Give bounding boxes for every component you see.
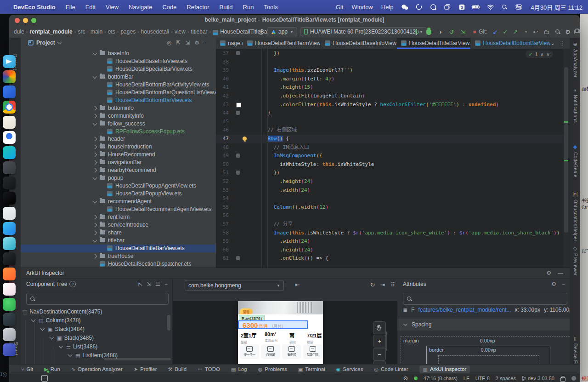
run-button[interactable]: ↻ xyxy=(413,27,422,36)
sidebar-item-notifications[interactable]: ◗Notifications xyxy=(570,87,580,125)
swirl-icon[interactable] xyxy=(415,4,423,11)
restart-app-button[interactable]: ↺ xyxy=(447,27,456,36)
dock-app-icon[interactable] xyxy=(3,298,16,311)
chevron-right-icon[interactable] xyxy=(93,254,97,258)
attributes-gear-icon[interactable]: ⚙ xyxy=(551,281,556,287)
breadcrumb-item[interactable]: pages xyxy=(120,29,136,35)
path-breadcrumb[interactable]: dule›rentplat_module›src›main›ets›pages›… xyxy=(14,26,289,38)
dock-app-icon[interactable] xyxy=(3,343,16,356)
spacing-section-header[interactable]: Spacing xyxy=(397,319,570,331)
project-tree-folder[interactable]: bottomBar xyxy=(21,73,216,81)
ct-collapse-all-icon[interactable]: ⇲ xyxy=(147,281,151,287)
prev-problem-icon[interactable]: ∧ xyxy=(540,51,544,57)
chevron-right-icon[interactable] xyxy=(93,137,97,142)
run-config-select[interactable]: app▼ xyxy=(267,27,297,36)
ct-list-icon[interactable]: ☰ xyxy=(155,281,160,287)
tool-window-button[interactable]: ◉Services xyxy=(336,366,363,372)
project-tree-file[interactable]: HouseDetailSectionDispatcher.ets xyxy=(21,260,216,268)
git-commit-button[interactable]: ✓ xyxy=(501,27,510,36)
spotlight-search-icon[interactable] xyxy=(501,4,509,11)
component-tree-row[interactable]: ▤ListItem(3488) xyxy=(68,352,118,361)
dock-app-icon[interactable] xyxy=(3,207,16,220)
editor-tab[interactable]: HouseDetailBottomBarView.ets✕ xyxy=(471,38,550,49)
project-tree-folder[interactable]: follow_success xyxy=(21,120,216,128)
hide-panel-icon[interactable]: — xyxy=(204,40,209,46)
project-view-select[interactable]: Project xyxy=(28,40,61,46)
preview-scrollbar[interactable] xyxy=(385,331,387,351)
chevron-right-icon[interactable] xyxy=(93,145,97,149)
menu-item[interactable]: Help xyxy=(380,4,395,11)
debug-button[interactable] xyxy=(424,27,433,36)
menu-item[interactable]: Edit xyxy=(80,4,101,11)
readonly-lock-icon[interactable] xyxy=(560,377,565,382)
dock-app-icon[interactable] xyxy=(3,313,16,326)
project-tree-folder[interactable]: share xyxy=(21,229,216,237)
wifi-icon[interactable] xyxy=(486,4,494,11)
dock-app-icon[interactable] xyxy=(3,268,16,280)
zoom-out-button[interactable]: − xyxy=(373,348,386,361)
chevron-down-icon[interactable] xyxy=(59,344,63,348)
tool-window-button[interactable]: ◎Code Linter xyxy=(374,366,408,372)
sidebar-item-codegenie[interactable]: ❖CodeGenie xyxy=(570,144,580,179)
project-tree-folder[interactable]: recommendAgent xyxy=(21,198,216,205)
chevron-right-icon[interactable] xyxy=(93,153,97,157)
chevron-right-icon[interactable] xyxy=(93,106,97,110)
intention-bulb-icon[interactable] xyxy=(243,137,247,141)
tool-window-button[interactable]: ∿Operation Analyzer xyxy=(71,366,123,372)
menu-item[interactable]: Code xyxy=(157,4,181,11)
debug-attach-button[interactable]: ⇲ xyxy=(458,27,468,36)
chat-sparkle-icon[interactable] xyxy=(430,4,437,11)
fold-marker-icon[interactable] xyxy=(236,256,240,260)
dock-app-icon[interactable] xyxy=(3,177,16,189)
caret-position[interactable]: 47:16 (8 chars) xyxy=(424,376,458,381)
breadcrumb-item[interactable]: dule xyxy=(14,29,24,35)
component-tree-row[interactable]: ☰List(3486) xyxy=(59,343,97,352)
breadcrumb-item[interactable]: rentplat_module xyxy=(29,29,72,35)
component-tree-row[interactable]: ▣Stack(3484) xyxy=(41,326,85,335)
rollback-icon[interactable]: ↩ xyxy=(531,27,540,36)
dock-app-icon[interactable] xyxy=(3,222,16,235)
project-tree-folder[interactable]: navigationBar xyxy=(21,159,216,166)
project-tree-folder[interactable]: HouseRecommend xyxy=(21,151,216,159)
layout-grid-icon[interactable]: ⠿ xyxy=(388,280,397,289)
dock-app-icon[interactable] xyxy=(3,101,16,114)
chevron-right-icon[interactable] xyxy=(93,222,97,227)
inspector-gear-icon[interactable]: ⚙ xyxy=(546,270,551,276)
export-icon[interactable]: ⇥ xyxy=(378,280,387,289)
windows-copy-icon[interactable] xyxy=(444,4,452,11)
chevron-down-icon[interactable] xyxy=(93,176,97,180)
ct-hide-icon[interactable]: − xyxy=(164,281,168,287)
menu-item[interactable]: Git xyxy=(335,4,345,11)
dock-app-icon[interactable] xyxy=(3,237,16,250)
dock-app-icon[interactable] xyxy=(3,146,16,159)
chevron-down-icon[interactable] xyxy=(68,353,73,357)
chevron-down-icon[interactable] xyxy=(31,318,36,322)
pan-hand-button[interactable] xyxy=(373,321,386,334)
project-tree-folder[interactable]: popup xyxy=(21,174,216,182)
attributes-hide-icon[interactable]: − xyxy=(562,281,565,287)
harmony-status-icon[interactable]: ⊙ xyxy=(403,375,408,382)
fold-marker-icon[interactable] xyxy=(236,171,240,175)
dock-app-icon[interactable] xyxy=(3,161,16,174)
dock-app-icon[interactable] xyxy=(3,55,16,68)
project-tree-file[interactable]: RPFollowSuccessPopup.ets xyxy=(21,128,216,136)
project-tree-file[interactable]: HouseDetailRecommendAgentView.ets xyxy=(21,205,216,213)
git-update-button[interactable]: ↙ xyxy=(491,27,500,36)
dock-app-icon[interactable] xyxy=(3,252,16,265)
dock-app-icon[interactable] xyxy=(3,283,16,296)
project-tree-folder[interactable]: rentTerm xyxy=(21,213,216,221)
git-push-button[interactable]: ↗ xyxy=(511,27,520,36)
tool-window-button[interactable]: ▤Log xyxy=(231,366,247,372)
editor-scrollbar[interactable] xyxy=(563,49,570,273)
menu-item[interactable]: File xyxy=(61,4,80,11)
editor-tab[interactable]: HouseDetailTitleBarView.ets✕ xyxy=(397,38,471,49)
indent-setting[interactable]: 2 spaces xyxy=(496,376,516,381)
tool-window-button[interactable]: ≔TODO xyxy=(198,366,220,372)
menu-item[interactable]: Refactor xyxy=(181,4,214,11)
tool-window-button[interactable]: ▥ArkUI Inspector xyxy=(419,365,470,373)
breadcrumb-item[interactable]: main xyxy=(90,29,102,35)
dock-app-icon[interactable] xyxy=(3,328,16,341)
chevron-right-icon[interactable] xyxy=(93,215,97,219)
device-select[interactable]: HUAWEI Mate 60 Pro[23E0223C13000412]▼ xyxy=(300,27,427,36)
dock-app-icon[interactable] xyxy=(3,86,16,98)
